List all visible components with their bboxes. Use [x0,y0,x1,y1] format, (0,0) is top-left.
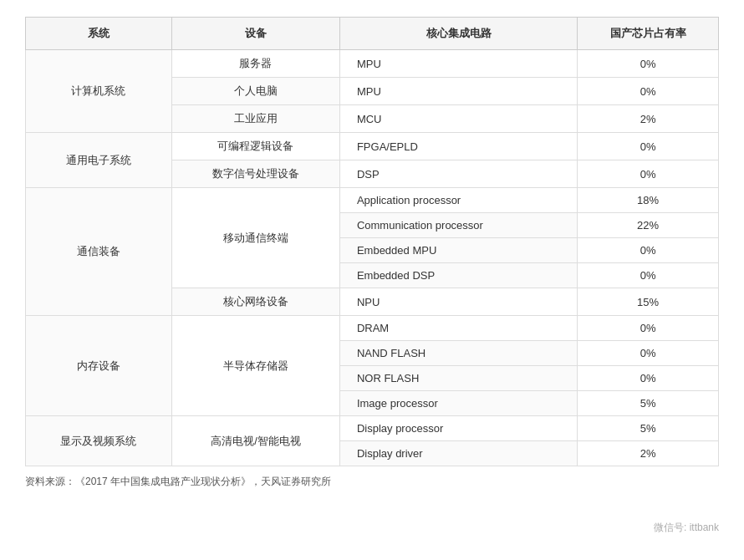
cell-chip: NAND FLASH [339,341,577,366]
col-header-device: 设备 [171,18,339,50]
cell-rate: 5% [578,416,719,441]
cell-device: 个人电脑 [171,78,339,105]
cell-rate: 22% [578,213,719,238]
cell-chip: DSP [339,160,577,188]
table-row: 通用电子系统可编程逻辑设备FPGA/EPLD0% [26,133,719,160]
cell-rate: 0% [578,50,719,78]
cell-chip: MCU [339,105,577,133]
cell-chip: Communication processor [339,213,577,238]
table-row: 计算机系统服务器MPU0% [26,50,719,78]
cell-rate: 5% [578,391,719,416]
cell-rate: 0% [578,263,719,288]
cell-rate: 0% [578,316,719,341]
col-header-chip: 核心集成电路 [339,18,577,50]
table-header-row: 系统 设备 核心集成电路 国产芯片占有率 [26,18,719,50]
cell-rate: 0% [578,133,719,160]
cell-system: 显示及视频系统 [26,416,172,466]
cell-rate: 0% [578,78,719,105]
cell-chip: NPU [339,288,577,316]
footnote: 资料来源：《2017 年中国集成电路产业现状分析》，天风证券研究所 [25,475,719,489]
cell-system: 计算机系统 [26,50,172,133]
cell-chip: MPU [339,50,577,78]
cell-device: 移动通信终端 [171,188,339,288]
cell-system: 通用电子系统 [26,133,172,188]
watermark: 微信号: ittbank [654,521,719,535]
cell-chip: Embedded MPU [339,238,577,263]
cell-chip: DRAM [339,316,577,341]
cell-chip: Image processor [339,391,577,416]
cell-chip: FPGA/EPLD [339,133,577,160]
cell-chip: Embedded DSP [339,263,577,288]
cell-chip: Display processor [339,416,577,441]
cell-device: 服务器 [171,50,339,78]
table-row: 内存设备半导体存储器DRAM0% [26,316,719,341]
cell-chip: Display driver [339,441,577,466]
cell-device: 核心网络设备 [171,288,339,316]
cell-rate: 2% [578,441,719,466]
cell-system: 内存设备 [26,316,172,416]
cell-device: 数字信号处理设备 [171,160,339,188]
table-container: 系统 设备 核心集成电路 国产芯片占有率 计算机系统服务器MPU0%个人电脑MP… [25,17,719,466]
col-header-rate: 国产芯片占有率 [578,18,719,50]
cell-rate: 2% [578,105,719,133]
data-table: 系统 设备 核心集成电路 国产芯片占有率 计算机系统服务器MPU0%个人电脑MP… [25,17,719,466]
cell-device: 可编程逻辑设备 [171,133,339,160]
cell-rate: 0% [578,366,719,391]
cell-chip: MPU [339,78,577,105]
cell-rate: 0% [578,160,719,188]
col-header-system: 系统 [26,18,172,50]
cell-chip: Application processor [339,188,577,213]
table-row: 显示及视频系统高清电视/智能电视Display processor5% [26,416,719,441]
cell-device: 高清电视/智能电视 [171,416,339,466]
cell-rate: 0% [578,341,719,366]
cell-device: 工业应用 [171,105,339,133]
cell-device: 半导体存储器 [171,316,339,416]
table-row: 通信装备移动通信终端Application processor18% [26,188,719,213]
cell-chip: NOR FLASH [339,366,577,391]
cell-system: 通信装备 [26,188,172,316]
cell-rate: 0% [578,238,719,263]
cell-rate: 15% [578,288,719,316]
cell-rate: 18% [578,188,719,213]
